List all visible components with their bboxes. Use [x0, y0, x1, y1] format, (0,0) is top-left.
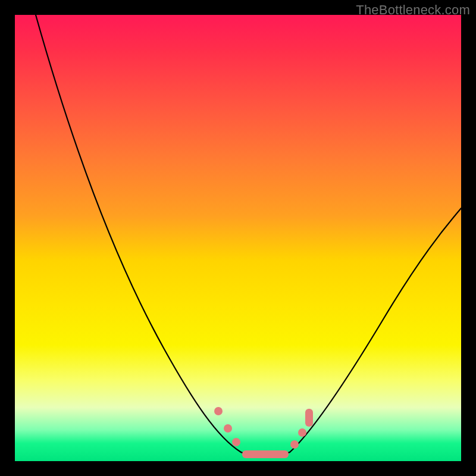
curve-layer	[15, 15, 461, 461]
bottleneck-curve-right	[290, 208, 461, 452]
marker-dot	[290, 440, 299, 449]
bottleneck-curve-left	[36, 15, 241, 452]
marker-valley-pill	[242, 450, 289, 458]
marker-dot	[298, 428, 306, 437]
curve-markers	[214, 407, 313, 458]
marker-right-pill	[305, 409, 313, 427]
chart-frame: TheBottleneck.com	[0, 0, 476, 476]
plot-area	[15, 15, 461, 461]
marker-dot	[224, 424, 232, 433]
marker-dot	[214, 407, 223, 415]
marker-dot	[232, 438, 240, 446]
